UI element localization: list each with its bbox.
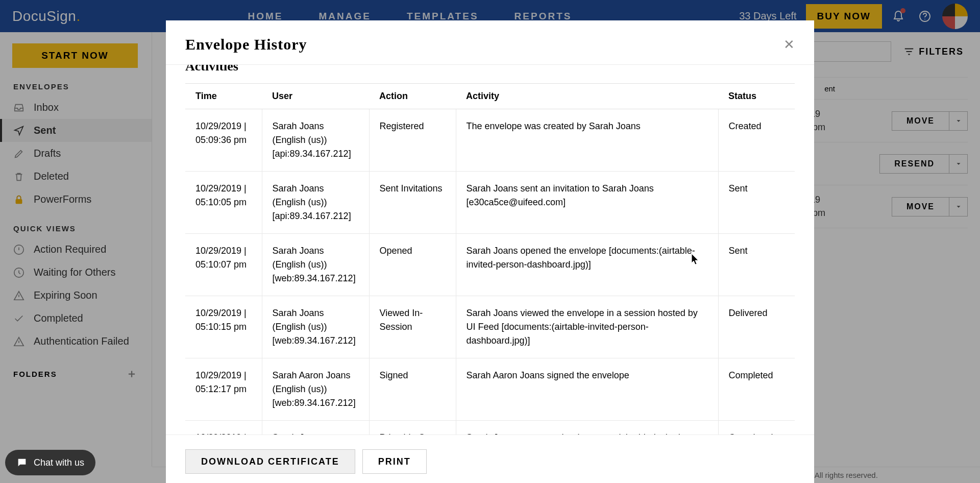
cell-time: 10/29/2019 | 05:09:36 pm <box>185 109 262 172</box>
cell-activity: The envelope was created by Sarah Joans <box>456 109 718 172</box>
cell-action: Printable Copy Attached to Email <box>369 421 456 435</box>
modal-title: Envelope History <box>185 36 307 53</box>
cell-action: Registered <box>369 109 456 172</box>
cell-action: Viewed In-Session <box>369 296 456 358</box>
cell-time: 10/29/2019 | 05:10:15 pm <box>185 296 262 358</box>
cell-status: Sent <box>718 172 795 234</box>
table-row: 10/29/2019 | 05:09:36 pmSarah Joans (Eng… <box>185 109 795 172</box>
cell-activity: Sarah Joans sent an invitation to Sarah … <box>456 172 718 234</box>
close-icon: ✕ <box>783 37 795 52</box>
column-header-activity: Activity <box>456 84 718 109</box>
column-header-user: User <box>262 84 369 109</box>
column-header-action: Action <box>369 84 456 109</box>
cell-status: Completed <box>718 421 795 435</box>
cell-activity: Sarah Joans opened the envelope [documen… <box>456 234 718 296</box>
cell-action: Sent Invitations <box>369 172 456 234</box>
close-button[interactable]: ✕ <box>783 37 795 53</box>
modal-footer: DOWNLOAD CERTIFICATE PRINT <box>166 434 814 483</box>
cell-user: Sarah Joans (English (us)) [web:89.34.16… <box>262 234 369 296</box>
download-certificate-button[interactable]: DOWNLOAD CERTIFICATE <box>185 449 355 474</box>
table-row: 10/29/2019 | 05:12:17 pmSarah Aaron Joan… <box>185 358 795 421</box>
cell-user: Sarah Joans (English (us)) [web:89.34.16… <box>262 421 369 435</box>
cell-activity: Sarah Joans was sent the document (airta… <box>456 421 718 435</box>
mouse-cursor <box>691 253 699 265</box>
chat-widget[interactable]: Chat with us <box>5 450 95 475</box>
modal-body[interactable]: Activities Time User Action Activity Sta… <box>166 64 814 434</box>
cell-time: 10/29/2019 | 05:12:17 pm <box>185 421 262 435</box>
print-button[interactable]: PRINT <box>362 449 427 474</box>
table-row: 10/29/2019 | 05:12:17 pmSarah Joans (Eng… <box>185 421 795 435</box>
cell-activity: Sarah Aaron Joans signed the envelope <box>456 358 718 421</box>
cell-time: 10/29/2019 | 05:10:05 pm <box>185 172 262 234</box>
cell-user: Sarah Joans (English (us)) [api:89.34.16… <box>262 172 369 234</box>
table-header-row: Time User Action Activity Status <box>185 84 795 109</box>
cell-time: 10/29/2019 | 05:12:17 pm <box>185 358 262 421</box>
modal-overlay: Envelope History ✕ Activities Time User … <box>0 0 980 483</box>
cell-status: Sent <box>718 234 795 296</box>
column-header-time: Time <box>185 84 262 109</box>
cell-user: Sarah Joans (English (us)) [web:89.34.16… <box>262 296 369 358</box>
cell-status: Created <box>718 109 795 172</box>
cell-user: Sarah Aaron Joans (English (us)) [web:89… <box>262 358 369 421</box>
cell-time: 10/29/2019 | 05:10:07 pm <box>185 234 262 296</box>
activities-table: Time User Action Activity Status 10/29/2… <box>185 83 795 434</box>
chat-icon <box>16 457 28 468</box>
cell-user: Sarah Joans (English (us)) [api:89.34.16… <box>262 109 369 172</box>
table-row: 10/29/2019 | 05:10:15 pmSarah Joans (Eng… <box>185 296 795 358</box>
table-row: 10/29/2019 | 05:10:07 pmSarah Joans (Eng… <box>185 234 795 296</box>
envelope-history-modal: Envelope History ✕ Activities Time User … <box>166 20 814 483</box>
cell-action: Opened <box>369 234 456 296</box>
cell-action: Signed <box>369 358 456 421</box>
column-header-status: Status <box>718 84 795 109</box>
cell-activity: Sarah Joans viewed the envelope in a ses… <box>456 296 718 358</box>
table-row: 10/29/2019 | 05:10:05 pmSarah Joans (Eng… <box>185 172 795 234</box>
activities-heading: Activities <box>185 64 795 74</box>
cell-status: Completed <box>718 358 795 421</box>
cell-status: Delivered <box>718 296 795 358</box>
